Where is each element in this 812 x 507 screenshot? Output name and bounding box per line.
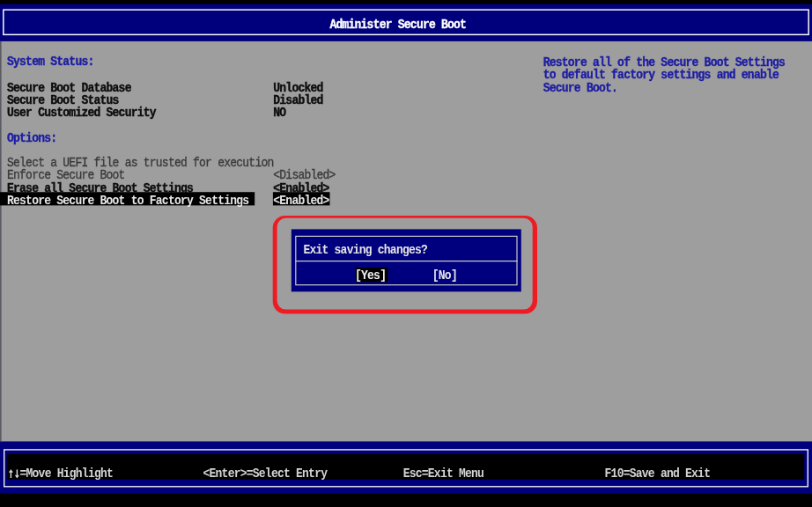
- svg-text:=Move Highlight: =Move Highlight: [20, 466, 114, 481]
- svg-text:Options:: Options:: [7, 130, 56, 145]
- svg-text:[Yes]: [Yes]: [355, 268, 386, 283]
- svg-text:<Enter>=Select Entry: <Enter>=Select Entry: [203, 466, 328, 481]
- svg-text:NO: NO: [273, 106, 286, 121]
- svg-text:<Enabled>: <Enabled>: [273, 193, 329, 208]
- svg-text:Secure Boot.: Secure Boot.: [543, 80, 617, 95]
- svg-text:User Customized Security: User Customized Security: [7, 106, 157, 121]
- svg-text:System Status:: System Status:: [7, 55, 93, 70]
- svg-text:Administer Secure Boot: Administer Secure Boot: [329, 17, 466, 32]
- svg-text:↑↓: ↑↓: [7, 466, 19, 481]
- svg-text:F10=Save and Exit: F10=Save and Exit: [605, 466, 711, 481]
- svg-text:[No]: [No]: [432, 268, 457, 283]
- svg-text:Exit saving changes?: Exit saving changes?: [303, 242, 427, 257]
- svg-text:Esc=Exit Menu: Esc=Exit Menu: [403, 466, 484, 481]
- svg-text:Restore Secure Boot to Factory: Restore Secure Boot to Factory Settings: [7, 193, 249, 208]
